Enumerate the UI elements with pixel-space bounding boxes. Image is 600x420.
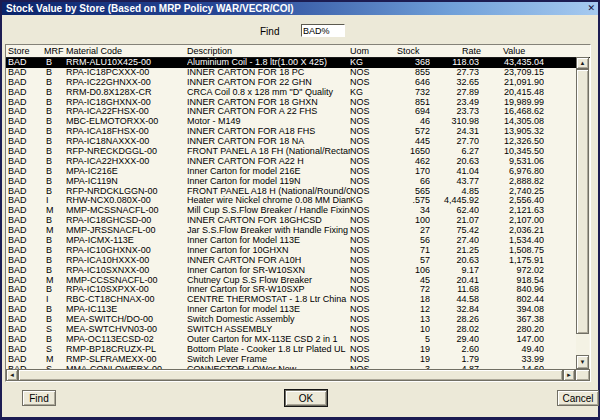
table-row[interactable]: BADBRPA-ICA18FHSX-00INNER CARTON FOR A18… bbox=[6, 127, 576, 137]
table-row[interactable]: BADBRPA-ICA10HXXX-00INNER CARTON FOR A10… bbox=[6, 256, 576, 266]
find-input[interactable] bbox=[301, 24, 345, 37]
vscroll-track[interactable] bbox=[576, 334, 589, 355]
table-row[interactable]: BADBRPA-IC10GHXNX-00Inner Carton for 10G… bbox=[6, 246, 576, 256]
cell-code: MEA-SWTCHVN03-00 bbox=[66, 325, 186, 335]
table-row[interactable]: BADIRBC-CT18CHNAX-00CENTRE THERMOSTAT - … bbox=[6, 295, 576, 305]
horizontal-scrollbar[interactable]: ◄ ► bbox=[6, 369, 590, 381]
cell-rate: 27.40 bbox=[434, 236, 479, 246]
cell-value: 2,121.63 bbox=[482, 206, 544, 216]
cell-value: 367.38 bbox=[482, 315, 544, 325]
table-row[interactable]: BADBMBC-ELMOTORXX-00Motor - M149NOS46310… bbox=[6, 117, 576, 127]
ok-button[interactable]: OK bbox=[285, 390, 327, 406]
table-row[interactable]: BADBRPA-IC10SXNXX-00Inner Carton for SR-… bbox=[6, 266, 576, 276]
cell-desc: Inner Carton for SR-W10SXN bbox=[187, 266, 350, 276]
cell-rate: 20.41 bbox=[434, 276, 479, 286]
hscroll-thumb[interactable] bbox=[18, 369, 563, 381]
cell-store: BAD bbox=[8, 285, 42, 295]
table-row[interactable]: BADBRPA-IC18GHCSD-00INNER CARTON FOR 18G… bbox=[6, 216, 576, 226]
cell-desc: Inner Carton for model 119N bbox=[187, 177, 350, 187]
cell-code: RMP-SLFRAMEXX-00 bbox=[66, 355, 186, 365]
cell-code: RPA-IC18GHXNX-00 bbox=[66, 98, 186, 108]
find-label: Find bbox=[260, 26, 279, 37]
scroll-left-icon[interactable]: ◄ bbox=[6, 369, 18, 381]
table-row[interactable]: BADBMPA-IC113EInner Carton for model 113… bbox=[6, 305, 576, 315]
titlebar[interactable]: Stock Value by Store (Based on MRP Polic… bbox=[2, 2, 598, 15]
table-row[interactable]: BADMMMP-JRSSNACFL-00Jar S.S.Flow Breaker… bbox=[6, 226, 576, 236]
table-row[interactable]: BADBRPA-IC18GHXNX-00INNER CARTON FOR 18 … bbox=[6, 98, 576, 108]
cell-stock: 56 bbox=[360, 236, 430, 246]
cell-value: 13,905.32 bbox=[482, 127, 544, 137]
cell-store: BAD bbox=[8, 236, 42, 246]
cell-rate: 20.63 bbox=[434, 256, 479, 266]
table-row[interactable]: BADBRFP-NRDCKLGGN-00FRONT PANEL A18 H (N… bbox=[6, 187, 576, 197]
cell-value: 6,976.80 bbox=[482, 167, 544, 177]
table-row[interactable]: BADBMPA-ICMX-113EInner Carton for Model … bbox=[6, 236, 576, 246]
cell-code: MPA-ICMX-113E bbox=[66, 236, 186, 246]
cell-store: BAD bbox=[8, 276, 42, 286]
scroll-right-icon[interactable]: ► bbox=[563, 369, 575, 381]
vscroll-thumb[interactable] bbox=[576, 69, 589, 334]
table-row[interactable]: BADBMEA-SWITCH/DO-00Switch Domestic Asse… bbox=[6, 315, 576, 325]
table-row[interactable]: BADBRPA-IC10SXPXX-00Inner Carton for SR-… bbox=[6, 285, 576, 295]
cell-rate: 27.73 bbox=[434, 68, 479, 78]
cell-stock: 13 bbox=[360, 315, 430, 325]
table-row[interactable]: BADSMEA-SWTCHVN03-00SWITCH ASSEMBLYNOS10… bbox=[6, 325, 576, 335]
scroll-up-icon[interactable]: ▲ bbox=[576, 57, 589, 69]
scroll-down-icon[interactable]: ▼ bbox=[576, 355, 589, 369]
table-row[interactable]: BADBMPA-OC113ECSD-02Outer Carton for MX-… bbox=[6, 335, 576, 345]
close-icon[interactable]: ✕ bbox=[587, 3, 595, 14]
cell-desc: INNER CARTON FOR 18GHCSD bbox=[187, 216, 350, 226]
cell-mrf: B bbox=[46, 177, 66, 187]
cell-code: MPA-IC216E bbox=[66, 167, 186, 177]
table-row[interactable]: BADMMMP-MCSSNACFL-00Mill Cup S.S.Flow Br… bbox=[6, 206, 576, 216]
cell-desc: Inner Carton for model 113E bbox=[187, 305, 350, 315]
table-row[interactable]: BADBRPA-IC18PCXXX-00INNER CARTON FOR 18 … bbox=[6, 68, 576, 78]
cell-store: BAD bbox=[8, 295, 42, 305]
cell-store: BAD bbox=[8, 355, 42, 365]
cell-desc: Aluminium Coil - 1.8 ltr(1.00 X 425) bbox=[187, 58, 350, 68]
cell-mrf: I bbox=[46, 295, 66, 305]
table-row[interactable]: BADBRPA-ICA22FHSX-00INNER CARTON FOR A 2… bbox=[6, 107, 576, 117]
cell-code: RPA-IC18PCXXX-00 bbox=[66, 68, 186, 78]
cell-desc: Outer Carton for MX-113E CSD 2 in 1 bbox=[187, 335, 350, 345]
cell-mrf: M bbox=[46, 206, 66, 216]
cell-stock: 100 bbox=[360, 216, 430, 226]
table-row[interactable]: BADBRPA-ICA22HXXX-00INNER CARTON FOR A22… bbox=[6, 157, 576, 167]
table-row[interactable]: BADBRRM-D0.8X128X-CRCRCA Coil 0.8 x 128 … bbox=[6, 88, 576, 98]
cell-mrf: B bbox=[46, 58, 66, 68]
table-row[interactable]: BADIRHW-NCX0.080X-00Heater wire Nickel c… bbox=[6, 196, 576, 206]
table-row[interactable]: BADBRPA-IC22GHNXX-00INNER CARTON FOR 22 … bbox=[6, 78, 576, 88]
cell-code: MEA-SWITCH/DO-00 bbox=[66, 315, 186, 325]
header-desc: Description bbox=[187, 45, 232, 57]
vertical-scrollbar[interactable]: ▲ ▼ bbox=[576, 57, 589, 369]
table-row[interactable]: BADMMMP-CCSSNACFL-00Chutney Cup S.S Flow… bbox=[6, 276, 576, 286]
cancel-button[interactable]: Cancel bbox=[557, 390, 599, 406]
table-row[interactable]: BADBRPA-IC18NAXXX-00INNER CARTON FOR 18 … bbox=[6, 137, 576, 147]
cell-code: RFP-NRECKDGGL-00 bbox=[66, 147, 186, 157]
cell-mrf: B bbox=[46, 266, 66, 276]
table-row[interactable]: BADBRRM-ALU10X425-00Aluminium Coil - 1.8… bbox=[6, 58, 576, 68]
cell-mrf: B bbox=[46, 256, 66, 266]
cell-rate: 62.40 bbox=[434, 206, 479, 216]
cell-rate: 32.84 bbox=[434, 305, 479, 315]
cell-mrf: B bbox=[46, 147, 66, 157]
cell-desc: Inner Carton for Model 113E bbox=[187, 236, 350, 246]
cell-rate: 11.68 bbox=[434, 285, 479, 295]
cell-store: BAD bbox=[8, 68, 42, 78]
find-button[interactable]: Find bbox=[22, 390, 56, 406]
cell-store: BAD bbox=[8, 226, 42, 236]
cell-mrf: B bbox=[46, 127, 66, 137]
table-row[interactable]: BADSRMP-BP18CRUZX-PLBottom Plate - Cooke… bbox=[6, 345, 576, 355]
cell-value: 918.54 bbox=[482, 276, 544, 286]
cell-mrf: B bbox=[46, 107, 66, 117]
cell-value: 16,468.62 bbox=[482, 107, 544, 117]
table-row[interactable]: BADBRFP-NRECKDGGL-00FRONT PANEL A 18 FH … bbox=[6, 147, 576, 157]
cell-value: 280.20 bbox=[482, 325, 544, 335]
table-row[interactable]: BADMRMP-SLFRAMEXX-00Switch Lever FrameNO… bbox=[6, 355, 576, 365]
cell-mrf: B bbox=[46, 78, 66, 88]
table-row[interactable]: BADBMPA-IC119NInner Carton for model 119… bbox=[6, 177, 576, 187]
table-row[interactable]: BADBMPA-IC216EInner Carton for model 216… bbox=[6, 167, 576, 177]
cell-value: 2,556.40 bbox=[482, 196, 544, 206]
cell-store: BAD bbox=[8, 78, 42, 88]
cell-stock: 46 bbox=[360, 117, 430, 127]
